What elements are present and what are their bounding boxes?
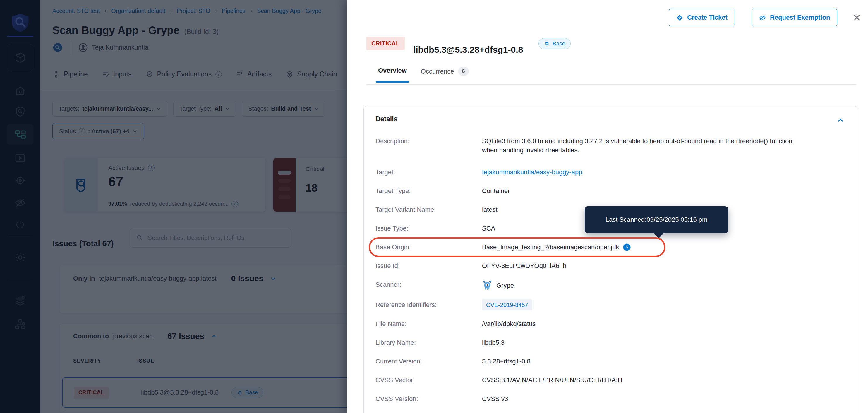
detail-label: CVSS Version: bbox=[375, 394, 482, 403]
detail-label: Description: bbox=[375, 137, 482, 146]
detail-value: latest bbox=[482, 205, 497, 214]
tabs-divider bbox=[366, 84, 856, 85]
collapse-chevron-up-icon[interactable] bbox=[837, 116, 844, 124]
tab-overview[interactable]: Overview bbox=[378, 67, 407, 83]
diamond-ticket-icon bbox=[676, 14, 683, 21]
target-link[interactable]: tejakummarikuntla/easy-buggy-app bbox=[482, 168, 582, 177]
clock-icon[interactable] bbox=[622, 243, 631, 252]
detail-label: Reference Identifiers: bbox=[375, 300, 482, 309]
base-tag-pill[interactable]: Base bbox=[538, 38, 571, 49]
detail-label: File Name: bbox=[375, 319, 482, 328]
dim-overlay[interactable] bbox=[0, 0, 347, 413]
base-tag-label: Base bbox=[553, 40, 565, 47]
detail-value: OFYV-3EuP1wDYOq0_iA6_h bbox=[482, 261, 566, 270]
close-drawer-button[interactable] bbox=[851, 12, 863, 24]
grype-monster-icon bbox=[482, 280, 493, 291]
close-x-icon bbox=[852, 13, 861, 22]
base-origin-value: Base_Image_testing_2/baseimagescan/openj… bbox=[482, 242, 619, 252]
detail-label: Base Origin: bbox=[375, 242, 482, 252]
detail-label: CVSS Vector: bbox=[375, 376, 482, 385]
detail-row-library-name: Library Name: libdb5.3 bbox=[375, 338, 845, 347]
detail-row-cvss-vector: CVSS Vector: CVSS:3.1/AV:N/AC:L/PR:N/UI:… bbox=[375, 376, 845, 385]
detail-value: libdb5.3 bbox=[482, 338, 504, 347]
detail-row-current-version: Current Version: 5.3.28+dfsg1-0.8 bbox=[375, 357, 845, 366]
detail-label: Target: bbox=[375, 168, 482, 177]
drawer-severity-badge: CRITICAL bbox=[366, 37, 405, 50]
issue-details-drawer: Create Ticket Request Exemption CRITICAL… bbox=[347, 0, 868, 413]
request-exemption-label: Request Exemption bbox=[770, 14, 830, 21]
drawer-tabs: Overview Occurrence 6 bbox=[378, 67, 469, 83]
detail-value: SCA bbox=[482, 224, 495, 233]
details-card: Details Description: SQLite3 from 3.6.0 … bbox=[364, 106, 858, 413]
detail-row-description: Description: SQLite3 from 3.6.0 to and i… bbox=[375, 137, 845, 155]
detail-label: Issue Type: bbox=[375, 224, 482, 233]
eye-slash-icon bbox=[759, 14, 766, 21]
detail-row-cvss-version: CVSS Version: CVSS v3 bbox=[375, 394, 845, 403]
detail-label: Target Variant Name: bbox=[375, 205, 482, 214]
detail-label: Scanner: bbox=[375, 280, 482, 289]
detail-value: CVSS v3 bbox=[482, 394, 508, 403]
create-ticket-button[interactable]: Create Ticket bbox=[669, 9, 735, 26]
request-exemption-button[interactable]: Request Exemption bbox=[751, 9, 837, 26]
occurrence-count-badge: 6 bbox=[458, 67, 469, 76]
tab-occurrence-label: Occurrence bbox=[421, 68, 454, 75]
detail-row-file-name: File Name: /var/lib/dpkg/status bbox=[375, 319, 845, 328]
detail-row-base-origin: Base Origin: Base_Image_testing_2/baseim… bbox=[375, 242, 845, 252]
detail-value: 5.3.28+dfsg1-0.8 bbox=[482, 357, 531, 366]
detail-value: Container bbox=[482, 186, 510, 195]
detail-value: /var/lib/dpkg/status bbox=[482, 319, 535, 328]
detail-value: SQLite3 from 3.6.0 to and including 3.27… bbox=[482, 137, 804, 155]
detail-label: Current Version: bbox=[375, 357, 482, 366]
detail-row-target: Target: tejakummarikuntla/easy-buggy-app bbox=[375, 168, 845, 177]
detail-row-reference-identifiers: Reference Identifiers: CVE-2019-8457 bbox=[375, 300, 845, 309]
scanner-name: Grype bbox=[496, 281, 514, 290]
detail-value: CVSS:3.1/AV:N/AC:L/PR:N/UI:N/S:U/C:H/I:H… bbox=[482, 376, 622, 385]
app-root: { "colors": { "accent": "#0278d5", "crit… bbox=[0, 0, 868, 413]
layers-base-icon bbox=[544, 41, 550, 47]
create-ticket-label: Create Ticket bbox=[687, 14, 727, 21]
details-field-list: Description: SQLite3 from 3.6.0 to and i… bbox=[375, 137, 845, 403]
drawer-issue-title: libdb5.3@5.3.28+dfsg1-0.8 bbox=[413, 45, 523, 55]
detail-row-target-type: Target Type: Container bbox=[375, 186, 845, 195]
detail-row-scanner: Scanner: Grype bbox=[375, 280, 845, 291]
detail-label: Issue Id: bbox=[375, 261, 482, 270]
detail-label: Library Name: bbox=[375, 338, 482, 347]
tab-occurrence[interactable]: Occurrence 6 bbox=[421, 67, 469, 76]
last-scanned-tooltip: Last Scanned:09/25/2025 05:16 pm bbox=[585, 206, 728, 233]
cve-link[interactable]: CVE-2019-8457 bbox=[482, 299, 532, 311]
detail-row-issue-id: Issue Id: OFYV-3EuP1wDYOq0_iA6_h bbox=[375, 261, 845, 270]
detail-label: Target Type: bbox=[375, 186, 482, 195]
details-heading: Details bbox=[375, 115, 845, 123]
